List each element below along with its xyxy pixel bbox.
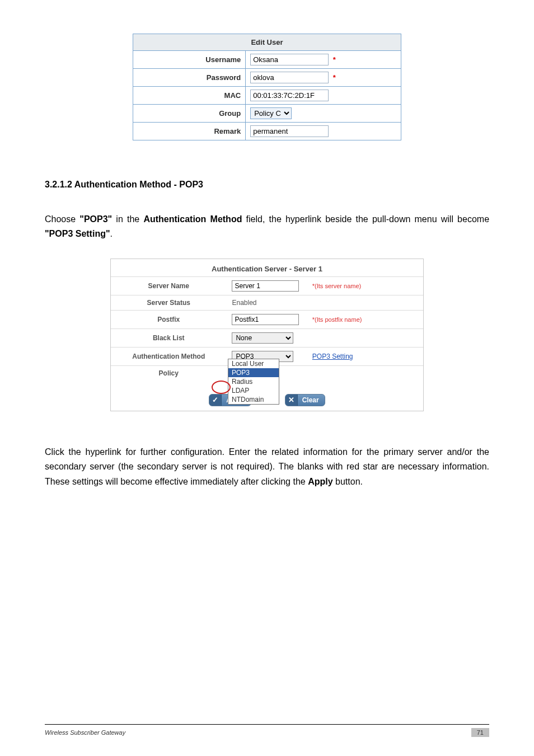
server-name-label: Server Name — [111, 276, 226, 295]
x-icon: ✕ — [285, 395, 298, 406]
policy-label: Policy — [111, 365, 226, 381]
black-list-select[interactable]: None — [232, 332, 293, 344]
body-paragraph: Click the hyperlink for further configur… — [45, 445, 489, 489]
username-input[interactable] — [250, 54, 329, 65]
required-star: * — [333, 73, 336, 82]
page-number: 71 — [471, 728, 489, 737]
dropdown-option[interactable]: NTDomain — [228, 395, 279, 404]
dropdown-option[interactable]: LDAP — [228, 386, 279, 395]
mac-label: MAC — [133, 87, 246, 105]
required-star: * — [333, 55, 336, 64]
dropdown-option[interactable]: Local User — [228, 359, 279, 368]
auth-method-dropdown[interactable]: Local User POP3 Radius LDAP NTDomain — [228, 359, 279, 405]
edit-user-header: Edit User — [133, 34, 401, 51]
postfix-hint: *(Its postfix name) — [312, 316, 362, 323]
auth-server-title: Authentication Server - Server 1 — [111, 259, 423, 276]
section-heading: 3.2.1.2 Authentication Method - POP3 — [45, 180, 489, 190]
server-status-label: Server Status — [111, 295, 226, 310]
intro-paragraph: Choose "POP3" in the Authentication Meth… — [45, 212, 489, 242]
check-icon: ✓ — [209, 395, 222, 406]
auth-method-label: Authentication Method — [111, 347, 226, 365]
password-input[interactable] — [250, 72, 329, 83]
server-status-value: Enabled — [226, 295, 423, 310]
dropdown-option-selected[interactable]: POP3 — [228, 368, 279, 377]
password-label: Password — [133, 69, 246, 87]
pop3-setting-link[interactable]: POP3 Setting — [312, 353, 353, 360]
footer-title: Wireless Subscriber Gateway — [45, 729, 125, 736]
edit-user-table: Edit User Username * Password * MAC Grou… — [133, 34, 401, 140]
page-footer: Wireless Subscriber Gateway 71 — [45, 724, 489, 737]
mac-input[interactable] — [250, 90, 329, 101]
postfix-label: Postfix — [111, 310, 226, 328]
remark-input[interactable] — [250, 125, 329, 137]
clear-button[interactable]: ✕ Clear — [285, 394, 325, 406]
auth-server-panel: Authentication Server - Server 1 Server … — [110, 259, 424, 411]
server-name-hint: *(Its server name) — [312, 283, 361, 289]
group-select[interactable]: Policy C — [250, 107, 292, 119]
group-label: Group — [133, 105, 246, 123]
postfix-input[interactable] — [232, 314, 299, 325]
username-label: Username — [133, 51, 246, 69]
black-list-label: Black List — [111, 328, 226, 347]
remark-label: Remark — [133, 123, 246, 140]
dropdown-option[interactable]: Radius — [228, 377, 279, 386]
server-name-input[interactable] — [232, 280, 299, 292]
